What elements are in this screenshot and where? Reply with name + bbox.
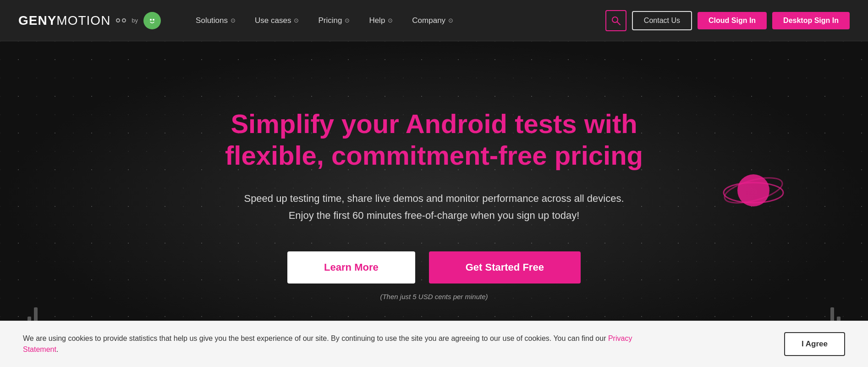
nav-use-cases[interactable]: Use cases ⊙	[247, 12, 306, 29]
solutions-chevron-icon: ⊙	[231, 17, 236, 24]
company-chevron-icon: ⊙	[448, 17, 453, 24]
svg-point-1	[150, 19, 152, 21]
navbar: GENYMOTION by Solutions ⊙ Use cases ⊙ Pr…	[0, 0, 868, 41]
help-chevron-icon: ⊙	[388, 17, 393, 24]
cookie-banner: We are using cookies to provide statisti…	[0, 321, 868, 358]
hero-section: Simplify your Android tests with flexibl…	[0, 41, 868, 358]
pricing-chevron-icon: ⊙	[345, 17, 350, 24]
get-started-button[interactable]: Get Started Free	[429, 251, 581, 284]
hero-title: Simplify your Android tests with flexibl…	[225, 108, 643, 172]
logo-icon	[143, 12, 161, 29]
planet-decoration	[721, 170, 786, 213]
learn-more-button[interactable]: Learn More	[287, 251, 415, 284]
search-icon	[611, 16, 621, 25]
logo-by-text: by	[132, 17, 138, 24]
hero-buttons: Learn More Get Started Free	[287, 251, 581, 284]
logo-area: GENYMOTION by	[18, 12, 161, 29]
contact-us-button[interactable]: Contact Us	[632, 11, 692, 30]
svg-point-0	[148, 16, 157, 25]
brand-name: GENYMOTION	[18, 13, 110, 28]
svg-line-4	[617, 22, 620, 25]
svg-point-2	[153, 19, 154, 21]
agree-button[interactable]: I Agree	[784, 332, 845, 356]
nav-pricing[interactable]: Pricing ⊙	[311, 12, 357, 29]
nav-solutions[interactable]: Solutions ⊙	[188, 12, 243, 29]
svg-point-3	[612, 17, 618, 22]
nav-company[interactable]: Company ⊙	[405, 12, 461, 29]
use-cases-chevron-icon: ⊙	[294, 17, 299, 24]
hero-subtitle: Speed up testing time, share live demos …	[244, 190, 624, 224]
desktop-signin-button[interactable]: Desktop Sign In	[772, 12, 850, 29]
logo-dot-1	[116, 18, 120, 22]
cloud-signin-button[interactable]: Cloud Sign In	[698, 12, 767, 29]
hero-pricing-note: (Then just 5 USD cents per minute)	[380, 293, 488, 300]
nav-help[interactable]: Help ⊙	[362, 12, 400, 29]
search-button[interactable]	[605, 10, 626, 31]
logo-dot-2	[122, 18, 126, 22]
nav-links: Solutions ⊙ Use cases ⊙ Pricing ⊙ Help ⊙…	[188, 12, 605, 29]
nav-actions: Contact Us Cloud Sign In Desktop Sign In	[605, 10, 850, 31]
cookie-text: We are using cookies to provide statisti…	[23, 333, 665, 355]
logo-dots-decoration	[116, 18, 126, 22]
svg-point-6	[737, 174, 769, 206]
